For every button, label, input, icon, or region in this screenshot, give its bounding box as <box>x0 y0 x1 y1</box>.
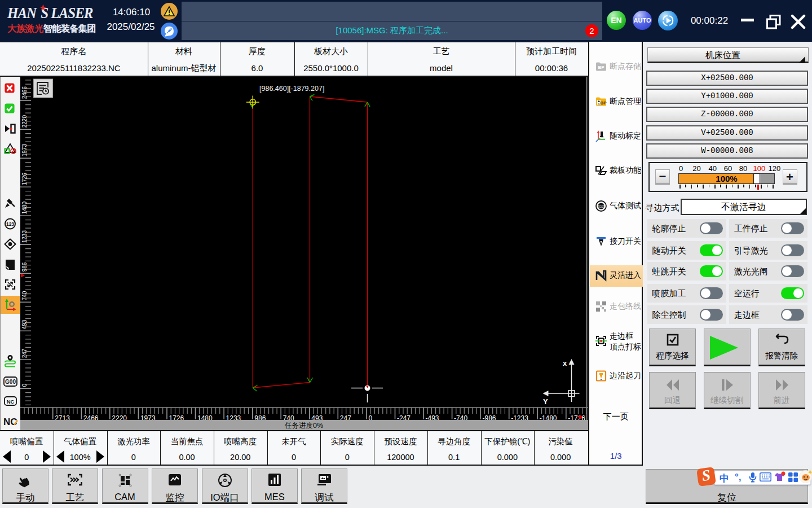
svg-text:123: 123 <box>6 221 14 227</box>
svg-text:NC: NC <box>7 398 15 405</box>
svg-text:2220: 2220 <box>21 115 28 128</box>
svg-text:493: 493 <box>21 319 28 329</box>
svg-text:TEST: TEST <box>598 204 605 208</box>
svg-text:1233: 1233 <box>21 230 28 243</box>
svg-text:NC: NC <box>3 417 17 427</box>
svg-text:Y: Y <box>543 397 548 406</box>
svg-text:2466: 2466 <box>21 86 28 99</box>
svg-text:G00: G00 <box>5 379 16 385</box>
svg-text:247: 247 <box>21 348 28 358</box>
svg-text:1480: 1480 <box>21 202 28 214</box>
svg-text:BP: BP <box>598 65 604 70</box>
svg-text:0: 0 <box>21 383 28 387</box>
svg-text:x: x <box>563 359 567 367</box>
svg-text:BP: BP <box>600 100 607 106</box>
svg-text:任务进度0%: 任务进度0% <box>284 422 323 430</box>
svg-text:[986.460][-1879.207]: [986.460][-1879.207] <box>259 85 324 93</box>
svg-text:740: 740 <box>21 291 28 300</box>
svg-text:1973: 1973 <box>21 144 28 157</box>
svg-text:1726: 1726 <box>21 173 28 186</box>
svg-text:986: 986 <box>21 262 28 271</box>
